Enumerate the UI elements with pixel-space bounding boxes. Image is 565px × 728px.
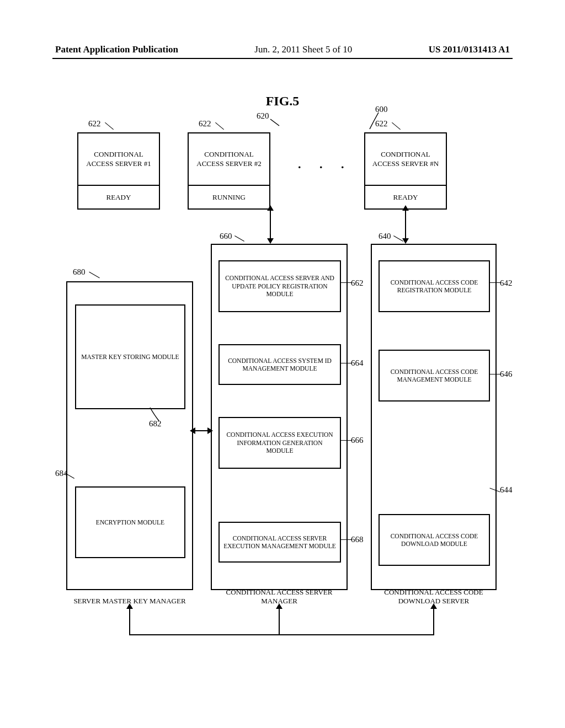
module-684: ENCRYPTION MODULE [75,486,185,558]
ref-666: 666 [351,436,364,445]
module-662: CONDITIONAL ACCESS SERVER AND UPDATE POL… [218,260,341,312]
header-right: US 2011/0131413 A1 [429,44,510,55]
leader-680 [89,272,100,279]
ref-644: 644 [500,485,513,495]
module-664: CONDITIONAL ACCESS SYSTEM ID MANAGEMENT … [218,344,341,385]
server-n: CONDITIONAL ACCESS SERVER #N READY [364,132,447,210]
module-644: CONDITIONAL ACCESS CODE DOWNLOAD MODULE [379,514,490,566]
arrowhead-up-640btm [430,603,437,609]
server-1-title: CONDITIONAL ACCESS SERVER #1 [78,133,159,186]
figure-label: FIG.5 [0,94,565,109]
arrow-640-down [433,608,434,635]
arrowhead-up-660 [267,205,274,211]
ref-622c: 622 [375,119,388,129]
leader-642 [489,282,500,283]
col-680: MASTER KEY STORING MODULE ENCRYPTION MOD… [66,281,193,590]
arrow-680-down [129,608,130,635]
leader-666 [340,440,351,441]
ref-640: 640 [379,232,391,241]
module-646: CONDITIONAL ACCESS CODE MANAGEMENT MODUL… [379,350,490,402]
server-group: CONDITIONAL ACCESS SERVER #1 READY CONDI… [66,121,499,221]
ref-622b: 622 [199,119,211,129]
ref-664: 664 [351,358,364,368]
arrowhead-right-660 [207,427,213,434]
ref-680: 680 [73,267,86,277]
server-2: CONDITIONAL ACCESS SERVER #2 RUNNING [188,132,270,210]
ref-662: 662 [351,279,364,288]
server-n-title: CONDITIONAL ACCESS SERVER #N [365,133,446,186]
leader-660 [234,235,244,242]
arrow-660-down [279,608,280,635]
header-left: Patent Application Publication [55,44,178,55]
arrowhead-left-680 [190,427,195,434]
ref-622a: 622 [88,119,101,129]
page-header: Patent Application Publication Jun. 2, 2… [0,44,565,55]
server-ellipsis: · · · [298,160,352,174]
ref-646: 646 [500,370,513,379]
module-642: CONDITIONAL ACCESS CODE REGISTRATION MOD… [379,260,490,312]
leader-646 [489,374,500,374]
col-660: CONDITIONAL ACCESS SERVER AND UPDATE POL… [211,244,348,590]
server-1-status: READY [78,186,159,208]
arrowhead-up-640 [402,205,409,211]
ref-668: 668 [351,535,364,544]
leader-682-icon [148,405,164,422]
module-666: CONDITIONAL ACCESS EXECUTION INFORMATION… [218,417,341,469]
server-2-title: CONDITIONAL ACCESS SERVER #2 [189,133,269,186]
leader-668 [340,539,351,540]
ref-620: 620 [257,111,269,121]
arrowhead-down-660 [267,238,274,244]
diagram-area: 600 620 CONDITIONAL ACCESS SERVER #1 REA… [66,116,499,667]
header-center: Jun. 2, 2011 Sheet 5 of 10 [254,44,352,55]
arrow-servers-to-640 [405,210,406,240]
arrowhead-up-680 [126,603,133,609]
leader-664 [340,363,351,363]
arrowhead-up-660btm [276,603,282,609]
arrow-servers-to-660 [270,210,271,240]
col-640: CONDITIONAL ACCESS CODE REGISTRATION MOD… [371,244,497,590]
module-682: MASTER KEY STORING MODULE [75,304,185,409]
server-1: CONDITIONAL ACCESS SERVER #1 READY [77,132,160,210]
leader-662 [340,282,351,283]
header-rule [52,58,513,59]
ref-642: 642 [500,279,513,288]
arrow-bottom-hconnect [129,634,434,635]
server-2-status: RUNNING [189,186,269,208]
module-668: CONDITIONAL ACCESS SERVER EXECUTION MANA… [218,522,341,563]
ref-660: 660 [220,232,232,241]
